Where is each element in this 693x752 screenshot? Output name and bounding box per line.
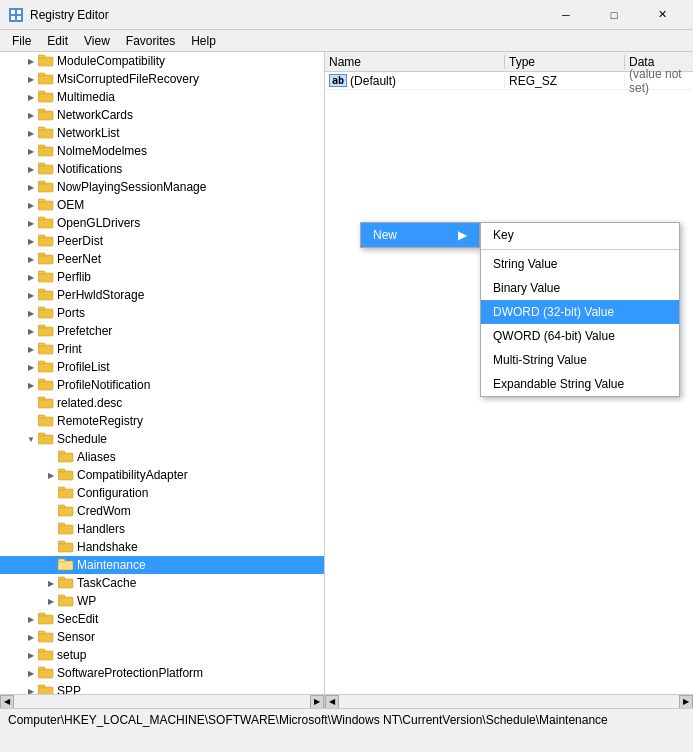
- svg-rect-7: [38, 75, 53, 84]
- svg-rect-71: [38, 651, 53, 660]
- ctx-new[interactable]: New ▶: [361, 223, 479, 247]
- tree-item[interactable]: ▶ NolmeModelmes: [0, 142, 324, 160]
- tree-item[interactable]: ▶ NetworkList: [0, 124, 324, 142]
- tree-item[interactable]: ▶ Ports: [0, 304, 324, 322]
- tree-item-label: setup: [57, 648, 86, 662]
- menu-item-edit[interactable]: Edit: [39, 32, 76, 50]
- tree-item[interactable]: ▶ NetworkCards: [0, 106, 324, 124]
- svg-rect-38: [38, 343, 45, 346]
- tree-item-label: NowPlayingSessionManage: [57, 180, 206, 194]
- tree-item[interactable]: related.desc: [0, 394, 324, 412]
- app-icon: [8, 7, 24, 23]
- tree-item[interactable]: ▶ WP: [0, 592, 324, 610]
- h-scroll-right: ◀ ▶: [325, 695, 693, 708]
- folder-icon: [38, 611, 54, 628]
- tree-item[interactable]: ▶ PerHwldStorage: [0, 286, 324, 304]
- folder-icon: [38, 305, 54, 322]
- submenu-item[interactable]: Expandable String Value: [481, 372, 679, 396]
- tree-item[interactable]: ▶ Prefetcher: [0, 322, 324, 340]
- svg-rect-66: [58, 595, 65, 598]
- table-row[interactable]: ab (Default) REG_SZ (value not set): [325, 72, 693, 90]
- tree-pane[interactable]: ▶ ModuleCompatibility▶ MsiCorruptedFileR…: [0, 52, 325, 694]
- col-header-name[interactable]: Name: [325, 55, 505, 69]
- col-header-type[interactable]: Type: [505, 55, 625, 69]
- tree-item-label: Sensor: [57, 630, 95, 644]
- submenu-item[interactable]: String Value: [481, 252, 679, 276]
- tree-item[interactable]: ▶ ProfileNotification: [0, 376, 324, 394]
- tree-arrow-icon: ▶: [24, 324, 38, 338]
- tree-item[interactable]: ▶ PeerDist: [0, 232, 324, 250]
- tree-item[interactable]: ▶ PeerNet: [0, 250, 324, 268]
- tree-item[interactable]: ▶ SPP: [0, 682, 324, 694]
- submenu-item[interactable]: Multi-String Value: [481, 348, 679, 372]
- h-scroll-left-btn2[interactable]: ◀: [325, 695, 339, 709]
- submenu-item[interactable]: QWORD (64-bit) Value: [481, 324, 679, 348]
- h-scroll-right-btn2[interactable]: ▶: [679, 695, 693, 709]
- tree-arrow-icon: ▶: [24, 108, 38, 122]
- svg-rect-13: [38, 129, 53, 138]
- menu-item-help[interactable]: Help: [183, 32, 224, 50]
- tree-arrow-icon: ▶: [24, 288, 38, 302]
- tree-item[interactable]: Configuration: [0, 484, 324, 502]
- folder-icon: [38, 683, 54, 695]
- tree-item[interactable]: ▶ Print: [0, 340, 324, 358]
- tree-item[interactable]: ▶ TaskCache: [0, 574, 324, 592]
- svg-rect-10: [38, 91, 45, 94]
- tree-item-label: Perflib: [57, 270, 91, 284]
- tree-item[interactable]: ▶ Sensor: [0, 628, 324, 646]
- tree-item[interactable]: ▶ MsiCorruptedFileRecovery: [0, 70, 324, 88]
- cell-name: ab (Default): [325, 74, 505, 88]
- svg-rect-34: [38, 307, 45, 310]
- tree-item[interactable]: ▼ Schedule: [0, 430, 324, 448]
- tree-item[interactable]: ▶ ModuleCompatibility: [0, 52, 324, 70]
- tree-arrow-icon: [44, 486, 58, 500]
- tree-item-label: Print: [57, 342, 82, 356]
- svg-rect-31: [38, 291, 53, 300]
- submenu-item[interactable]: Key: [481, 223, 679, 247]
- svg-rect-16: [38, 145, 45, 148]
- tree-item-label: Maintenance: [77, 558, 146, 572]
- tree-item[interactable]: ▶ SecEdit: [0, 610, 324, 628]
- tree-item[interactable]: ▶ setup: [0, 646, 324, 664]
- svg-rect-35: [38, 327, 53, 336]
- tree-item[interactable]: ▶ Notifications: [0, 160, 324, 178]
- svg-rect-3: [11, 16, 15, 20]
- tree-item-label: Handlers: [77, 522, 125, 536]
- tree-arrow-icon: [44, 540, 58, 554]
- menu-item-favorites[interactable]: Favorites: [118, 32, 183, 50]
- tree-item[interactable]: ▶ SoftwareProtectionPlatform: [0, 664, 324, 682]
- tree-item[interactable]: ▶ OpenGLDrivers: [0, 214, 324, 232]
- reg-type-icon: ab: [329, 74, 347, 87]
- tree-item[interactable]: Maintenance: [0, 556, 324, 574]
- menu-item-file[interactable]: File: [4, 32, 39, 50]
- submenu-item[interactable]: Binary Value: [481, 276, 679, 300]
- tree-item[interactable]: ▶ Perflib: [0, 268, 324, 286]
- folder-icon: [38, 323, 54, 340]
- tree-item[interactable]: Aliases: [0, 448, 324, 466]
- minimize-button[interactable]: ─: [543, 0, 589, 30]
- submenu-separator: [481, 249, 679, 250]
- scroll-right-btn[interactable]: ▶: [310, 695, 324, 709]
- tree-item-label: NetworkCards: [57, 108, 133, 122]
- tree-item[interactable]: Handlers: [0, 520, 324, 538]
- svg-rect-62: [58, 559, 65, 562]
- close-button[interactable]: ✕: [639, 0, 685, 30]
- tree-item[interactable]: RemoteRegistry: [0, 412, 324, 430]
- tree-item-label: PerHwldStorage: [57, 288, 144, 302]
- tree-arrow-icon: ▶: [24, 612, 38, 626]
- tree-item[interactable]: ▶ OEM: [0, 196, 324, 214]
- tree-item[interactable]: ▶ CompatibilityAdapter: [0, 466, 324, 484]
- tree-item[interactable]: CredWom: [0, 502, 324, 520]
- tree-item[interactable]: ▶ NowPlayingSessionManage: [0, 178, 324, 196]
- tree-item[interactable]: Handshake: [0, 538, 324, 556]
- scroll-left-btn[interactable]: ◀: [0, 695, 14, 709]
- tree-item-label: NetworkList: [57, 126, 120, 140]
- submenu-item[interactable]: DWORD (32-bit) Value: [481, 300, 679, 324]
- svg-rect-67: [38, 615, 53, 624]
- tree-item[interactable]: ▶ ProfileList: [0, 358, 324, 376]
- folder-icon: [38, 233, 54, 250]
- menu-item-view[interactable]: View: [76, 32, 118, 50]
- maximize-button[interactable]: □: [591, 0, 637, 30]
- tree-item[interactable]: ▶ Multimedia: [0, 88, 324, 106]
- tree-arrow-icon: ▶: [24, 648, 38, 662]
